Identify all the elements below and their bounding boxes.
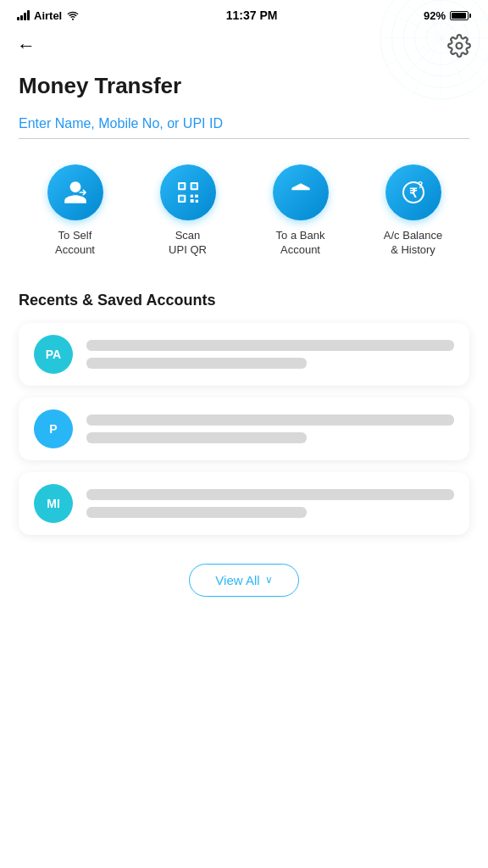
svg-text:?: ? <box>417 180 423 190</box>
placeholder-detail <box>86 358 307 369</box>
svg-rect-19 <box>180 197 184 201</box>
battery-icon <box>450 11 471 20</box>
status-bar: Airtel 11:37 PM 92% <box>0 0 488 27</box>
view-all-container: View All ∨ <box>19 547 469 622</box>
avatar-pa: PA <box>34 335 73 374</box>
bank-icon <box>287 179 314 206</box>
search-input[interactable] <box>19 116 469 131</box>
bank-account-label: To a BankAccount <box>276 229 325 258</box>
main-content: Money Transfer To SelfAccount <box>0 68 488 622</box>
avatar-p: P <box>34 409 73 448</box>
bank-icon-circle <box>273 164 329 220</box>
action-scan-upi[interactable]: ScanUPI QR <box>146 164 230 258</box>
recent-item-details <box>86 489 454 518</box>
recent-item-details <box>86 340 454 369</box>
placeholder-detail <box>86 507 307 518</box>
scan-upi-icon-circle <box>160 164 216 220</box>
page-title: Money Transfer <box>19 68 469 99</box>
self-account-label: To SelfAccount <box>55 229 95 258</box>
svg-rect-23 <box>195 200 197 203</box>
svg-rect-21 <box>195 195 198 198</box>
signal-icon <box>17 10 30 20</box>
settings-icon[interactable] <box>447 34 471 58</box>
svg-rect-20 <box>190 195 192 198</box>
top-nav: ← <box>0 27 488 68</box>
balance-label: A/c Balance& History <box>384 229 442 258</box>
status-right: 92% <box>424 9 471 22</box>
recent-item-details <box>86 415 454 443</box>
svg-point-0 <box>457 43 463 49</box>
placeholder-name <box>86 415 454 426</box>
balance-icon-circle: ₹ ? <box>385 164 441 220</box>
status-time: 11:37 PM <box>226 8 278 22</box>
chevron-down-icon: ∨ <box>265 574 273 586</box>
svg-rect-22 <box>190 199 193 203</box>
back-button[interactable]: ← <box>17 36 36 55</box>
view-all-label: View All <box>215 573 259 587</box>
recents-title: Recents & Saved Accounts <box>19 292 469 309</box>
scan-upi-label: ScanUPI QR <box>169 229 207 258</box>
view-all-button[interactable]: View All ∨ <box>189 564 298 597</box>
action-bank-account[interactable]: To a BankAccount <box>258 164 343 258</box>
quick-actions: To SelfAccount ScanUPI QR <box>19 164 469 258</box>
action-self-account[interactable]: To SelfAccount <box>33 164 118 258</box>
placeholder-detail <box>86 432 307 443</box>
svg-rect-15 <box>180 184 184 188</box>
action-balance[interactable]: ₹ ? A/c Balance& History <box>371 164 456 258</box>
placeholder-name <box>86 489 454 500</box>
svg-rect-17 <box>191 184 196 188</box>
status-left: Airtel <box>17 9 80 22</box>
svg-text:₹: ₹ <box>409 186 418 200</box>
rupee-balance-icon: ₹ ? <box>400 179 427 206</box>
placeholder-name <box>86 340 454 351</box>
self-account-icon-circle <box>47 164 103 220</box>
qr-scan-icon <box>175 179 202 206</box>
search-container <box>19 116 469 139</box>
recent-item[interactable]: P <box>19 398 469 460</box>
wifi-icon <box>66 10 80 20</box>
carrier-label: Airtel <box>34 9 62 22</box>
recent-item[interactable]: PA <box>19 323 469 386</box>
avatar-mi: MI <box>34 484 73 523</box>
battery-percent-label: 92% <box>424 9 446 22</box>
person-transfer-icon <box>62 179 89 206</box>
recent-item[interactable]: MI <box>19 472 469 535</box>
